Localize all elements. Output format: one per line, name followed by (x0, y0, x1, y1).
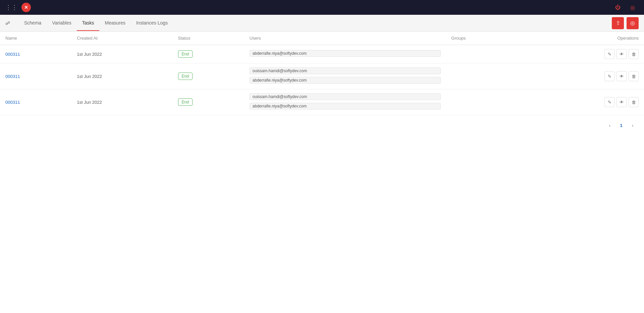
cell-groups (446, 63, 517, 89)
navbar-logo: ✕ (21, 3, 33, 12)
prev-page-button[interactable]: ‹ (605, 121, 614, 130)
table-body: 0003111st Jun 2022Endabderrafie.niya@sof… (0, 45, 644, 115)
cell-name: 000311 (0, 63, 71, 89)
navbar: ⋮⋮ ✕ ⏻ ◎ (0, 0, 644, 15)
cell-created-at: 1st Jun 2022 (71, 63, 172, 89)
cell-operations: ✎👁🗑 (517, 63, 644, 89)
logo-icon: ✕ (21, 3, 31, 12)
col-status: Status (173, 32, 244, 45)
status-badge: End (178, 98, 193, 106)
view-button[interactable]: 👁 (616, 97, 627, 107)
cell-created-at: 1st Jun 2022 (71, 45, 172, 63)
tab-schema[interactable]: Schema (19, 15, 47, 31)
cell-users: ouissam.hamdi@softydev.comabderrafie.niy… (244, 63, 446, 89)
view-button[interactable]: 👁 (616, 49, 627, 59)
table-row: 0003111st Jun 2022Endouissam.hamdi@softy… (0, 89, 644, 115)
table-header: Name Created At Status Users Groups Oper… (0, 32, 644, 45)
edit-button[interactable]: ✎ (604, 97, 614, 107)
edit-button[interactable]: ✎ (604, 49, 614, 59)
instance-state-label: ☍ (5, 20, 12, 26)
action-target-button[interactable]: ◎ (627, 17, 639, 29)
next-page-button[interactable]: › (628, 121, 637, 130)
user-badge: abderrafie.niya@softydev.com (250, 103, 441, 109)
status-badge: End (178, 73, 193, 80)
edit-button[interactable]: ✎ (604, 71, 614, 81)
view-button[interactable]: 👁 (616, 71, 627, 81)
cell-status: End (173, 45, 244, 63)
navbar-left: ⋮⋮ ✕ (5, 3, 33, 12)
sub-header: ☍ Schema Variables Tasks Measures Instan… (0, 15, 644, 32)
col-groups: Groups (446, 32, 517, 45)
col-users: Users (244, 32, 446, 45)
sub-header-left: ☍ Schema Variables Tasks Measures Instan… (5, 15, 173, 31)
pagination: ‹ 1 › (0, 115, 644, 135)
cell-created-at: 1st Jun 2022 (71, 89, 172, 115)
cell-operations: ✎👁🗑 (517, 89, 644, 115)
main-content: Name Created At Status Users Groups Oper… (0, 32, 644, 135)
cell-status: End (173, 89, 244, 115)
tabs: Schema Variables Tasks Measures Instance… (19, 15, 173, 31)
user-badge: ouissam.hamdi@softydev.com (250, 93, 441, 100)
delete-button[interactable]: 🗑 (629, 97, 639, 107)
cell-groups (446, 89, 517, 115)
table-container: Name Created At Status Users Groups Oper… (0, 32, 644, 115)
tasks-table: Name Created At Status Users Groups Oper… (0, 32, 644, 115)
user-badge: abderrafie.niya@softydev.com (250, 77, 441, 84)
instance-icon: ☍ (5, 20, 10, 26)
tab-measures[interactable]: Measures (99, 15, 130, 31)
delete-button[interactable]: 🗑 (629, 49, 639, 59)
status-badge: End (178, 50, 193, 58)
tab-tasks[interactable]: Tasks (77, 15, 100, 31)
navbar-right: ⏻ ◎ (612, 1, 639, 13)
name-link[interactable]: 000311 (5, 52, 20, 57)
cell-operations: ✎👁🗑 (517, 45, 644, 63)
user-badge: ouissam.hamdi@softydev.com (250, 68, 441, 74)
action-up-button[interactable]: ⇧ (612, 17, 624, 29)
cell-name: 000311 (0, 45, 71, 63)
cell-users: abderrafie.niya@softydev.com (244, 45, 446, 63)
table-row: 0003111st Jun 2022Endabderrafie.niya@sof… (0, 45, 644, 63)
col-operations: Operations (517, 32, 644, 45)
power-icon[interactable]: ⏻ (612, 1, 624, 13)
grid-icon[interactable]: ⋮⋮ (5, 4, 17, 11)
tab-instances-logs[interactable]: Instances Logs (131, 15, 173, 31)
cell-status: End (173, 63, 244, 89)
col-name: Name (0, 32, 71, 45)
table-row: 0003111st Jun 2022Endouissam.hamdi@softy… (0, 63, 644, 89)
target-icon[interactable]: ◎ (627, 1, 639, 13)
name-link[interactable]: 000311 (5, 100, 20, 105)
cell-name: 000311 (0, 89, 71, 115)
sub-header-right: ⇧ ◎ (612, 17, 639, 29)
name-link[interactable]: 000311 (5, 74, 20, 79)
user-badge: abderrafie.niya@softydev.com (250, 50, 441, 57)
cell-users: ouissam.hamdi@softydev.comabderrafie.niy… (244, 89, 446, 115)
col-created-at: Created At (71, 32, 172, 45)
page-1-button[interactable]: 1 (616, 121, 626, 130)
cell-groups (446, 45, 517, 63)
delete-button[interactable]: 🗑 (629, 71, 639, 81)
tab-variables[interactable]: Variables (47, 15, 76, 31)
